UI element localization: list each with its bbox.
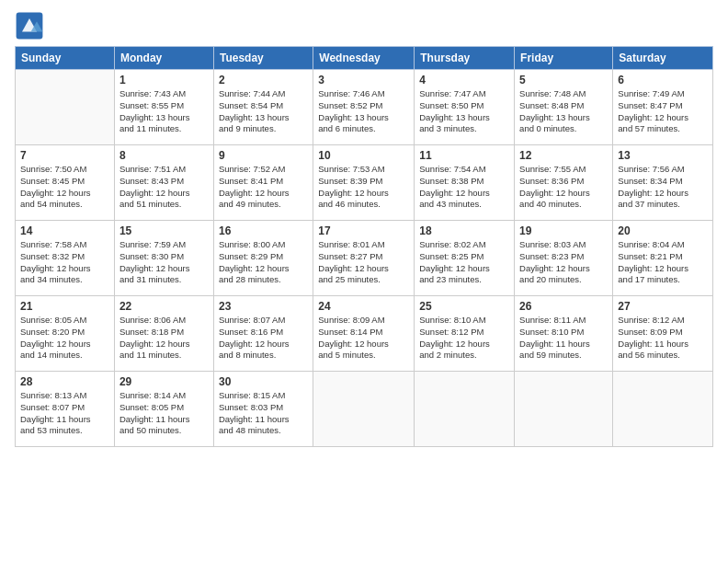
- day-info: Sunrise: 8:05 AM Sunset: 8:20 PM Dayligh…: [20, 315, 109, 362]
- header-cell-monday: Monday: [114, 47, 213, 70]
- calendar-cell: 25Sunrise: 8:10 AM Sunset: 8:12 PM Dayli…: [415, 296, 515, 372]
- calendar-cell: [16, 70, 115, 145]
- header: [15, 11, 713, 40]
- day-number: 30: [219, 375, 308, 388]
- header-cell-sunday: Sunday: [16, 47, 115, 70]
- calendar-cell: [613, 372, 713, 447]
- calendar-cell: 12Sunrise: 7:55 AM Sunset: 8:36 PM Dayli…: [515, 145, 613, 221]
- logo: [15, 11, 46, 40]
- day-number: 12: [519, 149, 608, 162]
- calendar-cell: 16Sunrise: 8:00 AM Sunset: 8:29 PM Dayli…: [213, 221, 313, 296]
- day-number: 29: [119, 375, 209, 388]
- day-info: Sunrise: 8:11 AM Sunset: 8:10 PM Dayligh…: [519, 315, 608, 362]
- calendar-cell: 24Sunrise: 8:09 AM Sunset: 8:14 PM Dayli…: [313, 296, 415, 372]
- day-info: Sunrise: 7:44 AM Sunset: 8:54 PM Dayligh…: [219, 88, 308, 135]
- day-info: Sunrise: 8:02 AM Sunset: 8:25 PM Dayligh…: [419, 239, 509, 286]
- day-number: 6: [618, 74, 708, 86]
- day-info: Sunrise: 8:10 AM Sunset: 8:12 PM Dayligh…: [419, 315, 509, 362]
- calendar-cell: 22Sunrise: 8:06 AM Sunset: 8:18 PM Dayli…: [114, 296, 213, 372]
- day-number: 24: [318, 300, 409, 313]
- day-number: 15: [119, 224, 209, 237]
- calendar-cell: 20Sunrise: 8:04 AM Sunset: 8:21 PM Dayli…: [613, 221, 713, 296]
- header-cell-friday: Friday: [515, 47, 613, 70]
- calendar-cell: 18Sunrise: 8:02 AM Sunset: 8:25 PM Dayli…: [415, 221, 515, 296]
- day-number: 21: [20, 300, 109, 313]
- day-info: Sunrise: 7:43 AM Sunset: 8:55 PM Dayligh…: [119, 88, 209, 135]
- day-info: Sunrise: 7:46 AM Sunset: 8:52 PM Dayligh…: [318, 88, 409, 135]
- day-number: 26: [519, 300, 608, 313]
- day-info: Sunrise: 8:09 AM Sunset: 8:14 PM Dayligh…: [318, 315, 409, 362]
- day-info: Sunrise: 7:59 AM Sunset: 8:30 PM Dayligh…: [119, 239, 209, 286]
- day-info: Sunrise: 8:12 AM Sunset: 8:09 PM Dayligh…: [618, 315, 708, 362]
- calendar-cell: 27Sunrise: 8:12 AM Sunset: 8:09 PM Dayli…: [613, 296, 713, 372]
- calendar-cell: 28Sunrise: 8:13 AM Sunset: 8:07 PM Dayli…: [16, 372, 115, 447]
- day-info: Sunrise: 7:52 AM Sunset: 8:41 PM Dayligh…: [219, 164, 308, 211]
- day-info: Sunrise: 7:55 AM Sunset: 8:36 PM Dayligh…: [519, 164, 608, 211]
- calendar-cell: [515, 372, 613, 447]
- day-number: 22: [119, 300, 209, 313]
- header-cell-thursday: Thursday: [415, 47, 515, 70]
- day-info: Sunrise: 7:48 AM Sunset: 8:48 PM Dayligh…: [519, 88, 608, 135]
- day-number: 2: [219, 74, 308, 86]
- calendar-cell: 8Sunrise: 7:51 AM Sunset: 8:43 PM Daylig…: [114, 145, 213, 221]
- day-number: 18: [419, 224, 509, 237]
- day-number: 28: [20, 375, 109, 388]
- header-cell-wednesday: Wednesday: [313, 47, 415, 70]
- day-info: Sunrise: 7:58 AM Sunset: 8:32 PM Dayligh…: [20, 239, 109, 286]
- day-info: Sunrise: 8:00 AM Sunset: 8:29 PM Dayligh…: [219, 239, 308, 286]
- day-info: Sunrise: 8:07 AM Sunset: 8:16 PM Dayligh…: [219, 315, 308, 362]
- day-info: Sunrise: 8:04 AM Sunset: 8:21 PM Dayligh…: [618, 239, 708, 286]
- calendar-cell: 10Sunrise: 7:53 AM Sunset: 8:39 PM Dayli…: [313, 145, 415, 221]
- day-number: 10: [318, 149, 409, 162]
- calendar-week-1: 1Sunrise: 7:43 AM Sunset: 8:55 PM Daylig…: [16, 70, 713, 145]
- day-number: 19: [519, 224, 608, 237]
- day-number: 20: [618, 224, 708, 237]
- logo-icon: [15, 11, 44, 40]
- calendar-cell: 4Sunrise: 7:47 AM Sunset: 8:50 PM Daylig…: [415, 70, 515, 145]
- calendar-cell: 30Sunrise: 8:15 AM Sunset: 8:03 PM Dayli…: [213, 372, 313, 447]
- day-number: 5: [519, 74, 608, 86]
- day-info: Sunrise: 7:56 AM Sunset: 8:34 PM Dayligh…: [618, 164, 708, 211]
- day-info: Sunrise: 8:15 AM Sunset: 8:03 PM Dayligh…: [219, 390, 308, 437]
- calendar-week-2: 7Sunrise: 7:50 AM Sunset: 8:45 PM Daylig…: [16, 145, 713, 221]
- calendar-cell: 23Sunrise: 8:07 AM Sunset: 8:16 PM Dayli…: [213, 296, 313, 372]
- calendar-cell: 29Sunrise: 8:14 AM Sunset: 8:05 PM Dayli…: [114, 372, 213, 447]
- calendar-body: 1Sunrise: 7:43 AM Sunset: 8:55 PM Daylig…: [16, 70, 713, 447]
- calendar-week-4: 21Sunrise: 8:05 AM Sunset: 8:20 PM Dayli…: [16, 296, 713, 372]
- calendar-header: SundayMondayTuesdayWednesdayThursdayFrid…: [16, 47, 713, 70]
- calendar-cell: 15Sunrise: 7:59 AM Sunset: 8:30 PM Dayli…: [114, 221, 213, 296]
- calendar-cell: 5Sunrise: 7:48 AM Sunset: 8:48 PM Daylig…: [515, 70, 613, 145]
- day-number: 11: [419, 149, 509, 162]
- day-number: 8: [119, 149, 209, 162]
- day-info: Sunrise: 7:49 AM Sunset: 8:47 PM Dayligh…: [618, 88, 708, 135]
- day-number: 7: [20, 149, 109, 162]
- day-info: Sunrise: 7:54 AM Sunset: 8:38 PM Dayligh…: [419, 164, 509, 211]
- calendar-cell: 7Sunrise: 7:50 AM Sunset: 8:45 PM Daylig…: [16, 145, 115, 221]
- calendar-cell: 17Sunrise: 8:01 AM Sunset: 8:27 PM Dayli…: [313, 221, 415, 296]
- calendar-cell: 1Sunrise: 7:43 AM Sunset: 8:55 PM Daylig…: [114, 70, 213, 145]
- calendar-cell: [415, 372, 515, 447]
- calendar-cell: 26Sunrise: 8:11 AM Sunset: 8:10 PM Dayli…: [515, 296, 613, 372]
- day-info: Sunrise: 7:51 AM Sunset: 8:43 PM Dayligh…: [119, 164, 209, 211]
- day-number: 14: [20, 224, 109, 237]
- day-number: 1: [119, 74, 209, 86]
- day-info: Sunrise: 7:53 AM Sunset: 8:39 PM Dayligh…: [318, 164, 409, 211]
- day-info: Sunrise: 8:03 AM Sunset: 8:23 PM Dayligh…: [519, 239, 608, 286]
- calendar-week-3: 14Sunrise: 7:58 AM Sunset: 8:32 PM Dayli…: [16, 221, 713, 296]
- calendar-cell: 2Sunrise: 7:44 AM Sunset: 8:54 PM Daylig…: [213, 70, 313, 145]
- header-cell-saturday: Saturday: [613, 47, 713, 70]
- day-number: 23: [219, 300, 308, 313]
- header-row: SundayMondayTuesdayWednesdayThursdayFrid…: [16, 47, 713, 70]
- day-number: 16: [219, 224, 308, 237]
- calendar-cell: 19Sunrise: 8:03 AM Sunset: 8:23 PM Dayli…: [515, 221, 613, 296]
- day-info: Sunrise: 7:50 AM Sunset: 8:45 PM Dayligh…: [20, 164, 109, 211]
- calendar-cell: [313, 372, 415, 447]
- day-number: 17: [318, 224, 409, 237]
- day-number: 9: [219, 149, 308, 162]
- day-number: 27: [618, 300, 708, 313]
- day-info: Sunrise: 8:14 AM Sunset: 8:05 PM Dayligh…: [119, 390, 209, 437]
- day-number: 3: [318, 74, 409, 86]
- calendar-cell: 14Sunrise: 7:58 AM Sunset: 8:32 PM Dayli…: [16, 221, 115, 296]
- day-info: Sunrise: 8:01 AM Sunset: 8:27 PM Dayligh…: [318, 239, 409, 286]
- calendar-cell: 3Sunrise: 7:46 AM Sunset: 8:52 PM Daylig…: [313, 70, 415, 145]
